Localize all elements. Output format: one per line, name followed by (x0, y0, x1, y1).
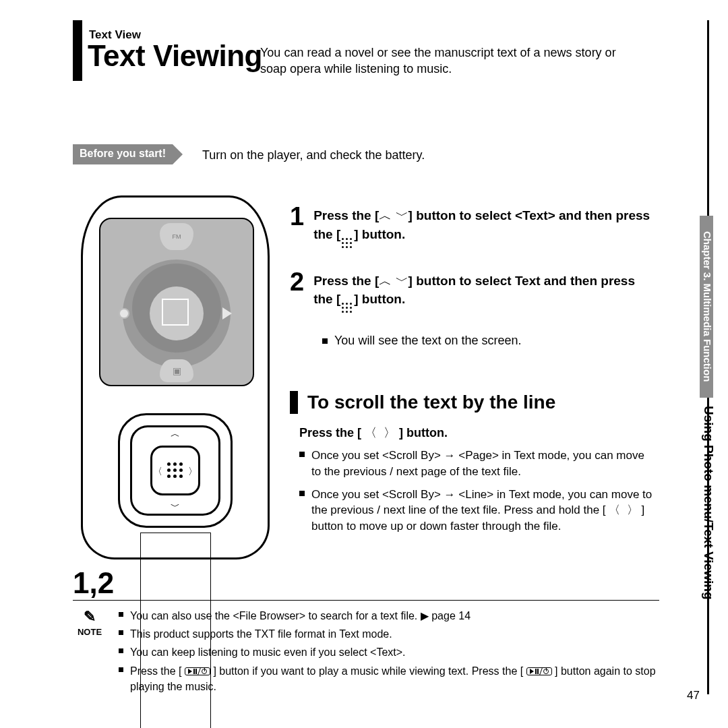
step-list: 1 Press the [︿ ﹀] button to select <Text… (290, 204, 654, 348)
device-illustration: FM ▣ ︿ ﹀ 〈 〉 (81, 195, 273, 559)
pencil-icon: ✎ (84, 608, 96, 626)
title-accent-bar (73, 20, 82, 81)
square-bullet-icon (299, 491, 305, 496)
square-bullet-icon (299, 452, 305, 457)
hub-dot-icon (120, 309, 128, 317)
page-number: 47 (687, 689, 700, 702)
square-bullet-icon (119, 612, 123, 617)
section-heading: To scroll the text by the line (290, 391, 555, 414)
step-reference-label: 1,2 (73, 566, 114, 600)
side-column: Chapter 3. Multimedia Function Using Pho… (688, 20, 728, 708)
section-body: Press the [ 〈 〉 ] button. Once you set <… (299, 425, 657, 541)
bottom-tab-icon: ▣ (160, 359, 193, 382)
section-lead: Press the [ 〈 〉 ] button. (299, 425, 657, 441)
text-file-icon (164, 301, 189, 326)
chevron-right-icon: 〉 (188, 466, 198, 478)
note-block: ✎ NOTE You can also use the <File Browse… (73, 608, 659, 697)
device-screen: FM ▣ (99, 218, 254, 386)
menu-hub (123, 260, 231, 367)
note-icon: ✎ NOTE (73, 608, 107, 697)
step-2: 2 Press the [︿ ﹀] button to select Text … (290, 269, 654, 314)
before-you-start-text: Turn on the player, and check the batter… (202, 148, 425, 162)
fm-icon: FM (160, 223, 193, 250)
play-pause-power-icon (185, 667, 210, 675)
square-bullet-icon (119, 648, 123, 653)
square-bullet-icon (322, 338, 328, 344)
callout-line (140, 533, 210, 533)
side-title: Using Photo menu/Text Viewing (701, 406, 716, 600)
chapter-label: Chapter 3. Multimedia Function (702, 221, 713, 392)
chevron-left-icon: 〈 (153, 466, 162, 478)
step-1: 1 Press the [︿ ﹀] button to select <Text… (290, 204, 654, 249)
square-bullet-icon (119, 630, 123, 635)
page-title: Text Viewing (88, 39, 262, 73)
square-bullet-icon (119, 667, 123, 672)
bullet-line: Once you set <Scroll By> → <Line> in Tex… (299, 487, 657, 535)
section-accent-bar (290, 391, 298, 414)
step-2-sub: You will see the text on the screen. (322, 334, 654, 348)
before-you-start-tag: Before you start! (73, 144, 173, 164)
note-divider (73, 600, 659, 601)
intro-text: You can read a novel or see the manuscri… (260, 44, 644, 78)
play-pause-power-icon (526, 667, 552, 675)
play-icon (222, 307, 232, 320)
step-1-text: Press the [︿ ﹀] button to select <Text> … (313, 206, 654, 249)
note-list: You can also use the <File Browser> to s… (119, 608, 659, 697)
step-2-text: Press the [︿ ﹀] button to select Text an… (313, 272, 654, 314)
bullet-page: Once you set <Scroll By> → <Page> in Tex… (299, 448, 657, 480)
chevron-up-icon: ︿ (171, 428, 180, 440)
chevron-down-icon: ﹀ (171, 501, 180, 513)
